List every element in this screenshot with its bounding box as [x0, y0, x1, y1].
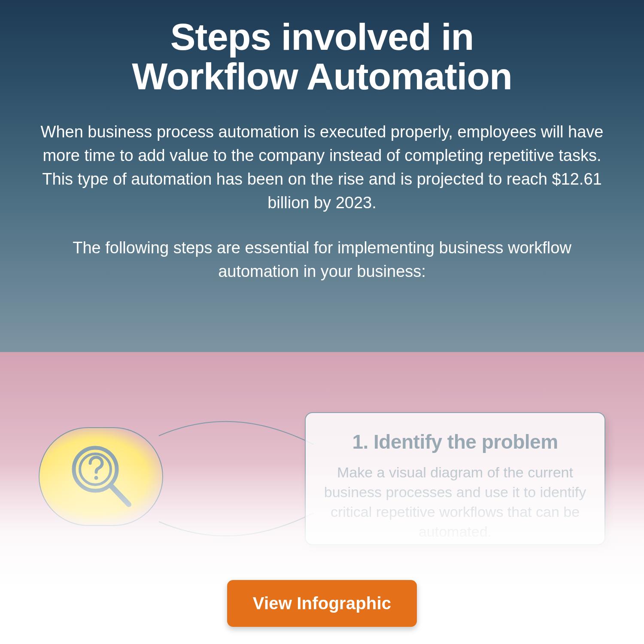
cta-wrap: View Infographic	[0, 580, 644, 627]
magnifier-question-icon	[64, 440, 137, 513]
svg-line-2	[112, 486, 129, 504]
page-title: Steps involved in Workflow Automation	[39, 17, 605, 97]
step-1-heading: 1. Identify the problem	[323, 430, 587, 453]
title-line1: Steps involved in	[170, 15, 474, 58]
title-line2: Workflow Automation	[132, 55, 512, 97]
hero-paragraph-2: The following steps are essential for im…	[39, 236, 605, 283]
svg-point-3	[94, 476, 98, 480]
step-1-body: Make a visual diagram of the current bus…	[323, 463, 587, 542]
hero-section: Steps involved in Workflow Automation Wh…	[0, 0, 644, 352]
step-1-icon-bubble	[39, 427, 163, 526]
step-1: 1. Identify the problem Make a visual di…	[39, 412, 605, 545]
infographic-teaser: Steps involved in Workflow Automation Wh…	[0, 0, 644, 644]
step-1-connector	[142, 419, 326, 539]
step-1-card: 1. Identify the problem Make a visual di…	[305, 412, 605, 545]
view-infographic-button[interactable]: View Infographic	[227, 580, 417, 627]
hero-paragraph-1: When business process automation is exec…	[39, 120, 605, 215]
